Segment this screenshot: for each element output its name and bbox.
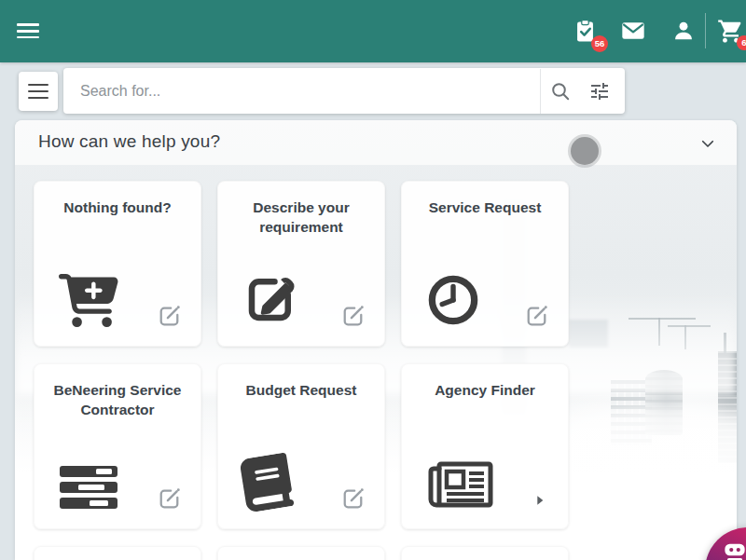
help-section-header[interactable]: How can we help you? xyxy=(15,120,737,165)
background-building xyxy=(718,351,737,463)
background-building xyxy=(645,370,683,435)
card-partial[interactable] xyxy=(401,546,569,560)
tasks-button[interactable]: 56 xyxy=(569,15,601,47)
edit-icon[interactable] xyxy=(157,304,182,329)
cart-button[interactable]: 6 xyxy=(714,15,746,47)
header-divider xyxy=(705,13,706,48)
edit-square-icon xyxy=(242,271,298,327)
crane-icon xyxy=(658,318,660,346)
edit-icon[interactable] xyxy=(340,304,366,329)
edit-icon[interactable] xyxy=(340,486,366,512)
robot-chat-icon xyxy=(721,540,746,560)
background-building xyxy=(569,320,608,348)
card-describe-requirement[interactable]: Describe your requirement xyxy=(217,181,385,347)
card-nothing-found[interactable]: Nothing found? xyxy=(34,181,201,347)
card-service-request[interactable]: Service Request xyxy=(401,181,569,347)
card-title: Nothing found? xyxy=(35,182,200,217)
app-header: 56 6 xyxy=(0,0,746,62)
card-partial[interactable] xyxy=(34,546,201,560)
search-box xyxy=(63,68,625,114)
search-input[interactable] xyxy=(63,68,540,114)
menu-bar xyxy=(28,90,48,92)
card-title: Budget Request xyxy=(218,364,384,400)
card-partial[interactable] xyxy=(217,546,385,560)
messages-button[interactable] xyxy=(617,15,649,47)
card-title: Service Request xyxy=(402,182,568,217)
catalog-menu-button[interactable] xyxy=(19,72,58,111)
search-bar-row xyxy=(0,62,746,120)
menu-bar xyxy=(17,30,39,33)
tasks-badge: 56 xyxy=(591,35,608,52)
card-agency-finder[interactable]: Agency Finder xyxy=(401,363,569,529)
chevron-down-icon[interactable] xyxy=(699,135,716,152)
add-cart-icon xyxy=(59,274,118,327)
crane-icon xyxy=(684,325,686,349)
card-beneering-service-contractor[interactable]: BeNeering Service Contractor xyxy=(34,363,201,529)
cart-badge: 6 xyxy=(737,35,746,50)
menu-bar xyxy=(17,23,39,26)
filter-tune-icon[interactable] xyxy=(580,72,619,111)
server-stack-icon xyxy=(59,465,118,510)
card-title: Agency Finder xyxy=(402,364,568,400)
edit-icon[interactable] xyxy=(524,304,549,329)
menu-bar xyxy=(28,97,48,99)
newspaper-icon xyxy=(426,461,495,510)
arrow-right-icon[interactable] xyxy=(532,493,547,508)
search-icon[interactable] xyxy=(541,72,580,111)
help-panel: How can we help you? Nothing found? xyxy=(15,120,737,560)
mail-icon xyxy=(620,18,646,44)
menu-bar xyxy=(28,84,48,86)
header-actions: 56 6 xyxy=(532,0,746,62)
card-title: BeNeering Service Contractor xyxy=(35,364,200,420)
clock-icon xyxy=(426,273,480,327)
edit-icon[interactable] xyxy=(157,486,182,512)
account-button[interactable] xyxy=(668,15,699,47)
card-title: Describe your requirement xyxy=(218,182,384,238)
book-icon xyxy=(239,452,295,512)
drag-handle[interactable] xyxy=(571,137,599,165)
card-budget-request[interactable]: Budget Request xyxy=(217,363,385,529)
menu-icon[interactable] xyxy=(15,18,43,44)
background-building xyxy=(724,333,726,353)
crane-icon xyxy=(668,325,711,327)
page-title: How can we help you? xyxy=(38,131,220,152)
menu-bar xyxy=(17,36,39,39)
person-icon xyxy=(671,19,696,43)
crane-icon xyxy=(629,318,696,320)
card-grid: Nothing found? Describe your requirement xyxy=(34,181,569,560)
background-building xyxy=(611,380,652,445)
